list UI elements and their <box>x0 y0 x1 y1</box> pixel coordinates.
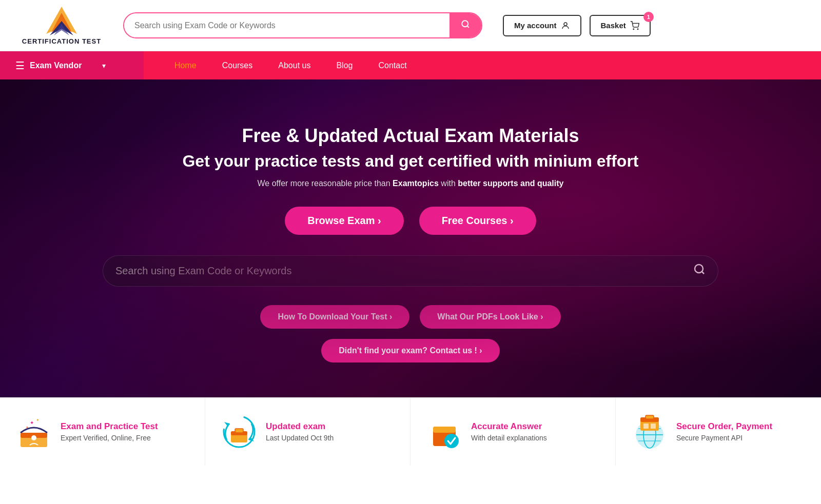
exam-vendor-dropdown[interactable]: ☰ Exam Vendor ▾ <box>0 51 144 79</box>
nav-contact[interactable]: Contact <box>378 61 406 70</box>
feature-exam-practice: ✦ ✦ ✦ Exam and Practice Test Expert Veri… <box>0 398 205 466</box>
feature-updated-exam-title: Updated exam <box>266 421 334 432</box>
hero-content: Free & Updated Actual Exam Materials Get… <box>182 125 638 255</box>
user-icon <box>561 21 570 30</box>
nav-about-us[interactable]: About us <box>278 61 310 70</box>
feature-accurate-answer-title: Accurate Answer <box>471 421 547 432</box>
svg-point-6 <box>564 23 567 26</box>
svg-line-5 <box>467 26 468 27</box>
logo-text: CERTIFICATION TEST <box>22 37 101 45</box>
my-account-button[interactable]: My account <box>503 15 581 36</box>
header-search-bar[interactable] <box>123 12 482 38</box>
hero-desc-brand: Examtopics <box>393 179 439 188</box>
basket-button[interactable]: Basket 1 <box>590 15 651 36</box>
feature-accurate-answer: Accurate Answer With detail explanations <box>411 398 616 466</box>
hero-desc-bold: better supports and quality <box>458 179 563 188</box>
features-section: ✦ ✦ ✦ Exam and Practice Test Expert Veri… <box>0 397 821 466</box>
nav-home[interactable]: Home <box>174 61 197 70</box>
svg-rect-35 <box>651 424 656 429</box>
site-header: CERTIFICATION TEST My account Basket 1 <box>0 0 821 51</box>
hero-desc-prefix: We offer more reasonable price than <box>258 179 393 188</box>
header-search-button[interactable] <box>449 13 481 37</box>
svg-point-25 <box>444 434 459 448</box>
hero-desc-suffix: with <box>439 179 458 188</box>
svg-point-4 <box>462 21 468 27</box>
feature-updated-exam: Updated exam Last Updated Oct 9th <box>205 398 411 466</box>
nav-blog[interactable]: Blog <box>336 61 353 70</box>
updated-exam-icon <box>221 413 258 450</box>
hamburger-icon: ☰ <box>15 59 25 72</box>
nav-courses[interactable]: Courses <box>222 61 253 70</box>
hero-description: We offer more reasonable price than Exam… <box>182 179 638 188</box>
logo-icon <box>44 6 80 36</box>
svg-rect-33 <box>646 415 654 419</box>
exam-vendor-label: Exam Vendor <box>30 61 82 70</box>
hero-cta-buttons: Browse Exam › Free Courses › <box>182 207 638 235</box>
svg-text:✦: ✦ <box>36 418 40 422</box>
svg-rect-34 <box>643 424 649 429</box>
feature-secure-order-text: Secure Order, Payment Secure Payment API <box>676 421 772 442</box>
nav-links: Home Courses About us Blog Contact <box>144 51 438 79</box>
header-actions: My account Basket 1 <box>503 15 651 36</box>
exam-practice-icon: ✦ ✦ ✦ <box>15 413 52 450</box>
svg-point-16 <box>31 435 36 440</box>
my-account-label: My account <box>514 21 557 30</box>
basket-count: 1 <box>643 12 654 22</box>
feature-secure-order: Secure Order, Payment Secure Payment API <box>616 398 821 466</box>
svg-point-8 <box>637 29 638 30</box>
browse-exam-button[interactable]: Browse Exam › <box>285 207 403 235</box>
main-nav: ☰ Exam Vendor ▾ Home Courses About us Bl… <box>0 51 821 79</box>
hero-section: Free & Updated Actual Exam Materials Get… <box>0 79 821 397</box>
feature-updated-exam-text: Updated exam Last Updated Oct 9th <box>266 421 334 442</box>
free-courses-button[interactable]: Free Courses › <box>419 207 536 235</box>
svg-rect-22 <box>235 429 243 433</box>
svg-text:✦: ✦ <box>30 420 34 426</box>
accurate-answer-icon <box>426 413 463 450</box>
feature-secure-order-desc: Secure Payment API <box>676 434 772 442</box>
svg-rect-24 <box>433 427 456 433</box>
chevron-down-icon: ▾ <box>102 62 106 70</box>
feature-exam-practice-desc: Expert Verified, Online, Free <box>61 434 158 442</box>
hero-title: Free & Updated Actual Exam Materials <box>182 125 638 147</box>
basket-label: Basket <box>601 21 626 30</box>
logo-area[interactable]: CERTIFICATION TEST <box>21 6 103 45</box>
search-icon <box>461 19 470 29</box>
svg-point-7 <box>633 29 634 30</box>
feature-accurate-answer-text: Accurate Answer With detail explanations <box>471 421 547 442</box>
header-search-input[interactable] <box>124 13 449 37</box>
feature-updated-exam-desc: Last Updated Oct 9th <box>266 434 334 442</box>
hero-subtitle: Get your practice tests and get certifie… <box>182 152 638 171</box>
cart-icon <box>630 21 639 30</box>
feature-accurate-answer-desc: With detail explanations <box>471 434 547 442</box>
feature-exam-practice-text: Exam and Practice Test Expert Verified, … <box>61 421 158 442</box>
svg-text:✦: ✦ <box>26 426 29 429</box>
secure-order-icon <box>631 413 668 450</box>
feature-exam-practice-title: Exam and Practice Test <box>61 421 158 432</box>
feature-secure-order-title: Secure Order, Payment <box>676 421 772 432</box>
